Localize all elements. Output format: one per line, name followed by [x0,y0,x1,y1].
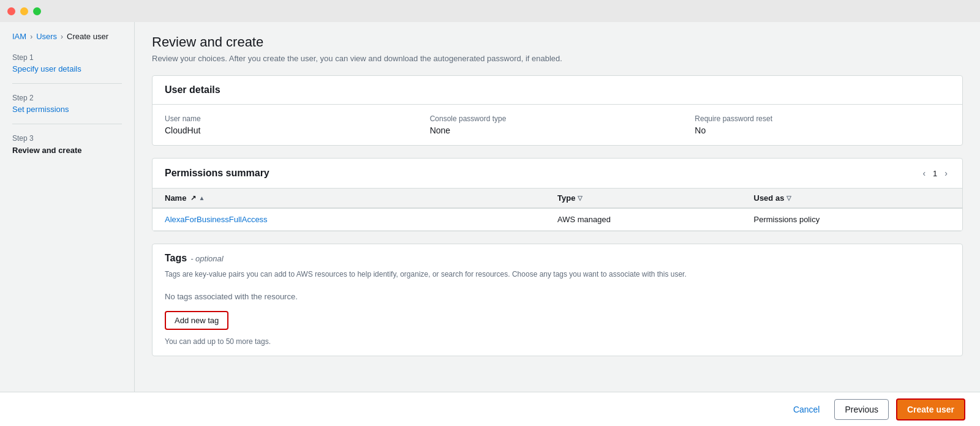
tags-limit-note: You can add up to 50 more tags. [153,337,962,356]
password-reset-label: Require password reset [695,114,950,123]
pagination-page: 1 [933,169,937,178]
step-2-link[interactable]: Set permissions [12,105,122,114]
page-subtitle: Review your choices. After you create th… [152,54,963,63]
permission-name-cell: AlexaForBusinessFullAccess [165,215,557,224]
footer-bar: Cancel Previous Create user [0,392,980,426]
user-details-card-header: User details [153,76,962,105]
cancel-button[interactable]: Cancel [786,401,827,418]
breadcrumb: IAM › Users › Create user [12,32,122,41]
password-reset-value: No [695,125,950,135]
name-sort-icon: ▲ [198,195,205,201]
permission-type-cell: AWS managed [557,215,754,224]
console-password-col: Console password type None [430,114,685,135]
tags-header: Tags - optional [153,244,962,269]
create-user-button[interactable]: Create user [896,398,965,420]
minimize-button[interactable] [20,7,28,15]
pagination-prev-button[interactable]: ‹ [920,167,928,179]
tags-title: Tags [165,253,187,264]
step-2-label: Step 2 [12,94,122,102]
sidebar: IAM › Users › Create user Step 1 Specify… [0,22,135,426]
tags-card: Tags - optional Tags are key-value pairs… [152,244,963,356]
fullscreen-button[interactable] [33,7,41,15]
step-3-label: Step 3 [12,134,122,143]
step-2-section: Step 2 Set permissions [12,94,122,124]
user-name-value: CloudHut [165,125,420,135]
permissions-card: Permissions summary ‹ 1 › Name ↗ ▲ Type [152,158,963,231]
step-3-section: Step 3 Review and create [12,134,122,165]
main-content: Review and create Review your choices. A… [135,22,980,426]
external-link-icon: ↗ [190,194,196,202]
permissions-header: Permissions summary ‹ 1 › [153,159,962,189]
used-as-sort-icon: ▽ [786,195,791,201]
col-type-header[interactable]: Type ▽ [557,193,754,203]
previous-button[interactable]: Previous [834,399,888,420]
step-3-active: Review and create [12,146,81,155]
col-name-header[interactable]: Name ↗ ▲ [165,193,557,203]
pagination-controls: ‹ 1 › [920,167,950,179]
step-1-label: Step 1 [12,53,122,62]
permission-name-link[interactable]: AlexaForBusinessFullAccess [165,215,268,224]
pagination-next-button[interactable]: › [942,167,950,179]
user-details-card: User details User name CloudHut Console … [152,75,963,146]
user-details-card-body: User name CloudHut Console password type… [153,105,962,145]
user-details-grid: User name CloudHut Console password type… [165,114,950,135]
password-reset-col: Require password reset No [695,114,950,135]
permissions-title: Permissions summary [165,168,270,179]
tags-optional-label: - optional [190,254,223,263]
col-used-as-header[interactable]: Used as ▽ [754,193,951,203]
add-new-tag-button[interactable]: Add new tag [165,311,228,330]
user-name-col: User name CloudHut [165,114,420,135]
type-sort-icon: ▽ [578,195,582,201]
page-title: Review and create [152,34,963,50]
breadcrumb-create-user: Create user [67,32,108,41]
close-button[interactable] [7,7,15,15]
permissions-table: Name ↗ ▲ Type ▽ Used as ▽ AlexaF [153,189,962,231]
breadcrumb-iam[interactable]: IAM [12,32,26,41]
breadcrumb-sep-2: › [61,32,63,41]
table-row: AlexaForBusinessFullAccess AWS managed P… [153,209,962,231]
permission-used-as-cell: Permissions policy [754,215,951,224]
console-password-label: Console password type [430,114,685,123]
title-bar [0,0,980,22]
step-1-link[interactable]: Specify user details [12,64,122,73]
tags-description: Tags are key-value pairs you can add to … [153,269,962,287]
breadcrumb-users[interactable]: Users [36,32,57,41]
breadcrumb-sep-1: › [30,32,32,41]
tags-empty-text: No tags associated with the resource. [153,287,962,311]
user-name-label: User name [165,114,420,123]
table-header-row: Name ↗ ▲ Type ▽ Used as ▽ [153,189,962,209]
step-1-section: Step 1 Specify user details [12,53,122,84]
console-password-value: None [430,125,685,135]
